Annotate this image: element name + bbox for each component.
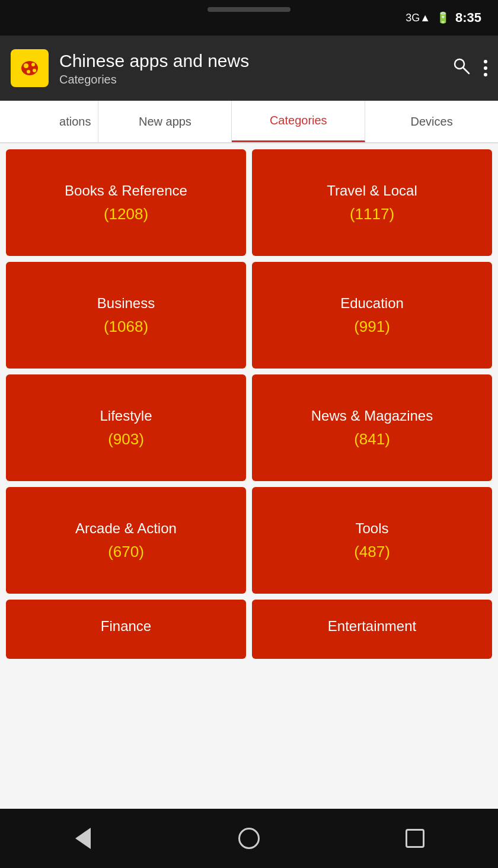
- tab-applications[interactable]: ations: [0, 101, 98, 142]
- category-books-reference[interactable]: Books & Reference (1208): [6, 149, 246, 256]
- svg-point-4: [33, 69, 36, 72]
- header-actions: [452, 56, 487, 80]
- app-subtitle: Categories: [59, 73, 441, 87]
- svg-point-3: [31, 63, 35, 66]
- status-bar: 3G▲ 🔋 8:35: [0, 0, 498, 36]
- clock: 8:35: [455, 10, 481, 25]
- more-options-icon[interactable]: [484, 60, 487, 76]
- home-button[interactable]: [235, 824, 263, 853]
- bottom-nav: [0, 809, 498, 868]
- recents-button[interactable]: [401, 824, 429, 853]
- svg-point-1: [21, 61, 38, 75]
- search-icon[interactable]: [452, 56, 471, 80]
- back-icon: [75, 828, 91, 849]
- signal-icon: 3G▲: [406, 12, 430, 24]
- recents-icon: [406, 829, 424, 848]
- category-tools[interactable]: Tools (487): [252, 487, 492, 594]
- svg-point-2: [24, 63, 28, 68]
- notch: [208, 7, 290, 12]
- home-icon: [238, 828, 260, 849]
- battery-icon: 🔋: [436, 11, 449, 24]
- app-header: Chinese apps and news Categories: [0, 36, 498, 101]
- category-news-magazines[interactable]: News & Magazines (841): [252, 374, 492, 481]
- category-lifestyle[interactable]: Lifestyle (903): [6, 374, 246, 481]
- category-education[interactable]: Education (991): [252, 262, 492, 369]
- app-logo: [11, 49, 49, 87]
- app-title-block: Chinese apps and news Categories: [59, 50, 441, 87]
- category-business[interactable]: Business (1068): [6, 262, 246, 369]
- back-button[interactable]: [69, 824, 97, 853]
- app-title: Chinese apps and news: [59, 50, 441, 72]
- category-entertainment[interactable]: Entertainment: [252, 600, 492, 659]
- tab-new-apps[interactable]: New apps: [98, 101, 232, 142]
- svg-line-7: [463, 68, 469, 73]
- category-grid: Books & Reference (1208) Travel & Local …: [0, 143, 498, 665]
- svg-point-5: [27, 70, 30, 73]
- category-arcade-action[interactable]: Arcade & Action (670): [6, 487, 246, 594]
- category-finance[interactable]: Finance: [6, 600, 246, 659]
- category-travel-local[interactable]: Travel & Local (1117): [252, 149, 492, 256]
- main-content: Books & Reference (1208) Travel & Local …: [0, 143, 498, 809]
- tab-bar: ations New apps Categories Devices: [0, 101, 498, 143]
- tab-categories[interactable]: Categories: [232, 101, 365, 142]
- tab-devices[interactable]: Devices: [365, 101, 498, 142]
